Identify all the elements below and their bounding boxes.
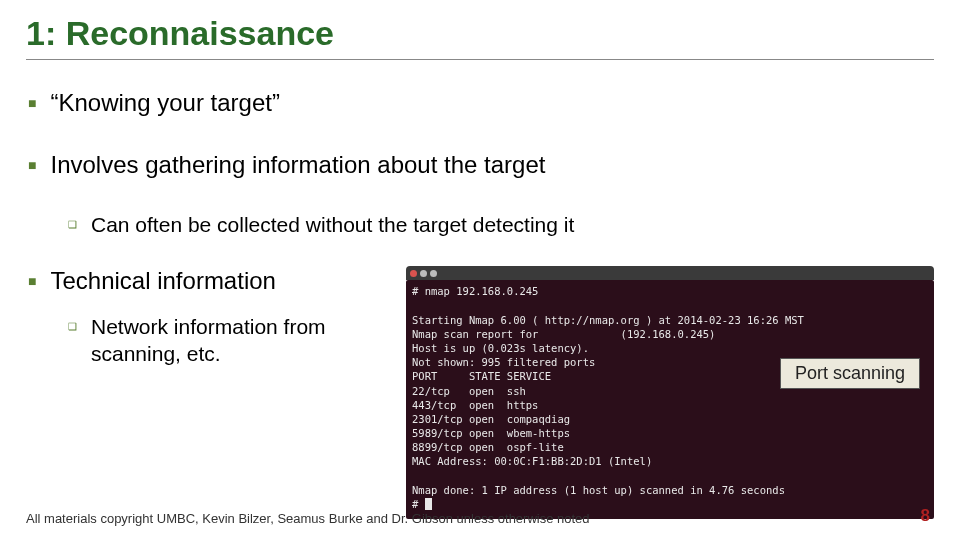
bullet-text: Involves gathering information about the…: [50, 150, 545, 180]
bullet-technical-info: ■ Technical information: [26, 266, 386, 296]
window-max-icon: [430, 270, 437, 277]
subbullet-network-info: ❑ Network information from scanning, etc…: [68, 314, 386, 367]
window-close-icon: [410, 270, 417, 277]
terminal-cursor-icon: [425, 498, 432, 510]
bullet-marker-icon: ■: [28, 266, 36, 296]
terminal-text: # nmap 192.168.0.245 Starting Nmap 6.00 …: [412, 285, 804, 510]
port-scanning-label: Port scanning: [780, 358, 920, 389]
subbullet-text: Can often be collected without the targe…: [91, 212, 574, 238]
bullet-text: “Knowing your target”: [50, 88, 279, 118]
bullet-involves-gathering: ■ Involves gathering information about t…: [26, 150, 934, 180]
technical-left-column: ■ Technical information ❑ Network inform…: [26, 266, 386, 367]
page-number: 8: [921, 506, 930, 526]
bullet-marker-icon: ■: [28, 88, 36, 118]
subbullet-marker-icon: ❑: [68, 212, 77, 238]
bullet-marker-icon: ■: [28, 150, 36, 180]
title-underline: [26, 59, 934, 60]
terminal-titlebar: [406, 266, 934, 280]
slide-title: 1: Reconnaissance: [26, 14, 934, 53]
slide: 1: Reconnaissance ■ “Knowing your target…: [0, 0, 960, 540]
bullet-text: Technical information: [50, 266, 275, 296]
footer-copyright: All materials copyright UMBC, Kevin Bilz…: [26, 511, 590, 526]
subbullet-collected-without-detection: ❑ Can often be collected without the tar…: [68, 212, 934, 238]
terminal-output: # nmap 192.168.0.245 Starting Nmap 6.00 …: [406, 280, 934, 519]
subbullet-marker-icon: ❑: [68, 314, 77, 340]
bullet-knowing-target: ■ “Knowing your target”: [26, 88, 934, 118]
window-min-icon: [420, 270, 427, 277]
technical-row: ■ Technical information ❑ Network inform…: [26, 266, 934, 519]
terminal-area: # nmap 192.168.0.245 Starting Nmap 6.00 …: [406, 266, 934, 519]
subbullet-text: Network information from scanning, etc.: [91, 314, 386, 367]
